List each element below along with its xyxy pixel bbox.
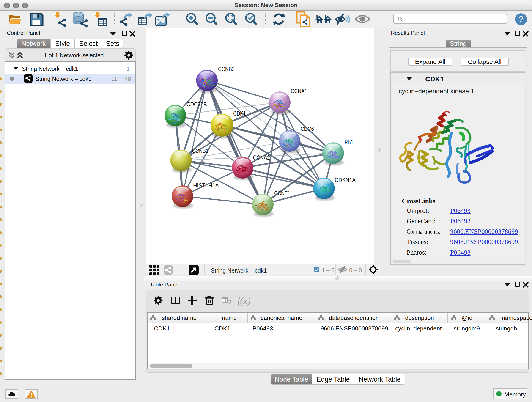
- svg-text:CCNE1: CCNE1: [274, 190, 290, 197]
- svg-text:CDK1: CDK1: [233, 110, 246, 117]
- svg-text:CCNB2: CCNB2: [218, 65, 234, 72]
- svg-text:CDC25B: CDC25B: [186, 101, 207, 108]
- svg-text:CCNA2: CCNA2: [253, 154, 270, 161]
- svg-text:CCNB1: CCNB1: [192, 147, 209, 154]
- svg-text:CDKN1A: CDKN1A: [335, 177, 356, 183]
- svg-text:RB1: RB1: [345, 139, 353, 146]
- svg-text:CCNA1: CCNA1: [291, 88, 307, 95]
- svg-text:HIST1H1A: HIST1H1A: [193, 182, 219, 189]
- svg-text:CDC6: CDC6: [301, 125, 314, 132]
